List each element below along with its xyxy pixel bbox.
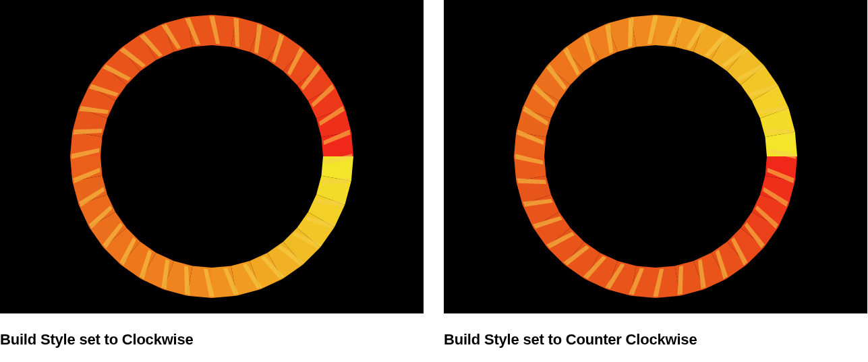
ring-counter-clockwise (444, 0, 867, 313)
caption-counter-clockwise: Build Style set to Counter Clockwise (444, 331, 867, 349)
figure-container: Build Style set to Clockwise Build Style… (0, 0, 868, 349)
ring-clockwise (0, 0, 424, 313)
panel-clockwise: Build Style set to Clockwise (0, 0, 424, 349)
canvas-counter-clockwise (444, 0, 867, 313)
caption-clockwise: Build Style set to Clockwise (0, 331, 424, 349)
panel-counter-clockwise: Build Style set to Counter Clockwise (444, 0, 867, 349)
canvas-clockwise (0, 0, 424, 313)
